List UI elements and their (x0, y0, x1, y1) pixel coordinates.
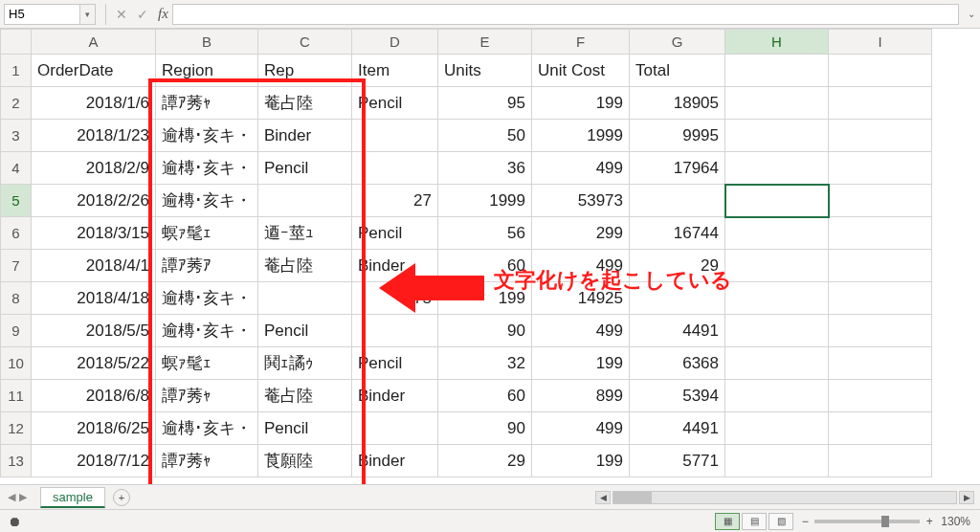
cell[interactable]: 螟ｧ髦ｪ (156, 217, 258, 250)
cell[interactable] (725, 347, 829, 380)
col-header-G[interactable]: G (630, 30, 725, 55)
cell[interactable]: 2018/4/18 (32, 282, 156, 315)
cell[interactable] (352, 152, 438, 185)
cell[interactable]: 36 (438, 152, 532, 185)
cell[interactable]: 2018/4/1 (32, 250, 156, 282)
cell[interactable] (725, 152, 829, 185)
zoom-out-icon[interactable]: − (799, 515, 811, 528)
cell[interactable]: 2018/1/23 (32, 120, 156, 152)
cell[interactable] (829, 380, 932, 412)
col-header-E[interactable]: E (438, 30, 532, 55)
cell[interactable]: Pencil (352, 217, 438, 250)
cell[interactable]: 199 (532, 87, 630, 120)
cell[interactable]: 32 (438, 347, 532, 380)
cell[interactable]: 1999 (438, 185, 532, 217)
cell[interactable]: 5771 (630, 445, 725, 477)
cell[interactable]: Total (630, 55, 725, 87)
cell[interactable]: Units (438, 55, 532, 87)
cell[interactable] (829, 217, 932, 250)
cell[interactable]: 螟ｧ髦ｪ (156, 347, 258, 380)
cell[interactable] (829, 87, 932, 120)
col-header-C[interactable]: C (258, 30, 352, 55)
cell[interactable]: 2018/5/5 (32, 315, 156, 347)
view-pagelayout-button[interactable]: ▤ (742, 513, 767, 530)
cell[interactable] (725, 380, 829, 412)
cell[interactable]: Rep (258, 55, 352, 87)
scroll-thumb[interactable] (613, 492, 652, 503)
cell[interactable]: 499 (532, 315, 630, 347)
name-box-dropdown[interactable]: ▾ (80, 4, 96, 25)
scroll-track[interactable] (612, 491, 957, 504)
cell[interactable] (725, 250, 829, 282)
row-header[interactable]: 10 (1, 347, 32, 380)
col-header-H[interactable]: H (725, 30, 829, 55)
cell[interactable]: 菴占陸 (258, 250, 352, 282)
cell[interactable] (829, 347, 932, 380)
row-header[interactable]: 5 (1, 185, 32, 217)
cell[interactable]: 90 (438, 315, 532, 347)
cell[interactable] (258, 185, 352, 217)
cell[interactable]: Region (156, 55, 258, 87)
row-header[interactable]: 6 (1, 217, 32, 250)
sheet-tab-sample[interactable]: sample (40, 487, 105, 508)
col-header-A[interactable]: A (32, 30, 156, 55)
cell[interactable] (725, 55, 829, 87)
cell[interactable] (352, 412, 438, 445)
cell[interactable]: 17964 (630, 152, 725, 185)
cell[interactable]: 逾槫･亥キ・ (156, 152, 258, 185)
zoom-thumb[interactable] (881, 516, 889, 527)
cell[interactable]: 2018/2/9 (32, 152, 156, 185)
cell[interactable]: 譚ｱ莠ｬ (156, 380, 258, 412)
view-normal-button[interactable]: ▦ (715, 513, 740, 530)
cell[interactable] (725, 120, 829, 152)
cell[interactable]: 27 (352, 185, 438, 217)
cell[interactable]: 4491 (630, 315, 725, 347)
cell[interactable] (829, 282, 932, 315)
cell[interactable] (829, 445, 932, 477)
cell[interactable]: 56 (438, 217, 532, 250)
cell[interactable]: 299 (532, 217, 630, 250)
row-header[interactable]: 9 (1, 315, 32, 347)
row-header[interactable]: 12 (1, 412, 32, 445)
cell[interactable]: 菴占陸 (258, 87, 352, 120)
cell[interactable] (725, 445, 829, 477)
formula-input[interactable] (172, 4, 959, 25)
col-header-D[interactable]: D (352, 30, 438, 55)
cell[interactable]: 199 (532, 445, 630, 477)
cell[interactable]: 4491 (630, 412, 725, 445)
cell[interactable]: 199 (532, 347, 630, 380)
record-macro-icon[interactable]: ⏺ (0, 514, 21, 529)
cell[interactable]: Pencil (258, 315, 352, 347)
cell[interactable]: Binder (352, 445, 438, 477)
cell[interactable]: 1999 (532, 120, 630, 152)
col-header-F[interactable]: F (532, 30, 630, 55)
horizontal-scrollbar[interactable]: ◀ ▶ (595, 491, 980, 504)
add-sheet-button[interactable]: + (113, 489, 130, 506)
view-pagebreak-button[interactable]: ▧ (768, 513, 793, 530)
cell[interactable]: 逾槫･亥キ・ (156, 315, 258, 347)
cell[interactable] (725, 87, 829, 120)
zoom-in-icon[interactable]: + (924, 515, 935, 528)
cell[interactable]: 53973 (532, 185, 630, 217)
cell[interactable] (725, 282, 829, 315)
cell[interactable]: 6368 (630, 347, 725, 380)
cell[interactable]: 2018/6/25 (32, 412, 156, 445)
cell[interactable]: 2018/6/8 (32, 380, 156, 412)
col-header-I[interactable]: I (829, 30, 932, 55)
name-box-input[interactable] (4, 4, 80, 25)
cell[interactable] (829, 250, 932, 282)
row-header[interactable]: 8 (1, 282, 32, 315)
cell[interactable]: 29 (438, 445, 532, 477)
cell[interactable] (725, 315, 829, 347)
col-header-B[interactable]: B (156, 30, 258, 55)
cell[interactable]: 2018/5/22 (32, 347, 156, 380)
cell[interactable]: 逾槫･亥キ・ (156, 185, 258, 217)
cell[interactable] (352, 120, 438, 152)
cell[interactable]: 逾槫･亥キ・ (156, 282, 258, 315)
cell[interactable] (725, 217, 829, 250)
row-header[interactable]: 7 (1, 250, 32, 282)
cell[interactable] (829, 152, 932, 185)
cell[interactable]: 9995 (630, 120, 725, 152)
zoom-level[interactable]: 130% (941, 515, 970, 528)
cell[interactable]: 2018/7/12 (32, 445, 156, 477)
